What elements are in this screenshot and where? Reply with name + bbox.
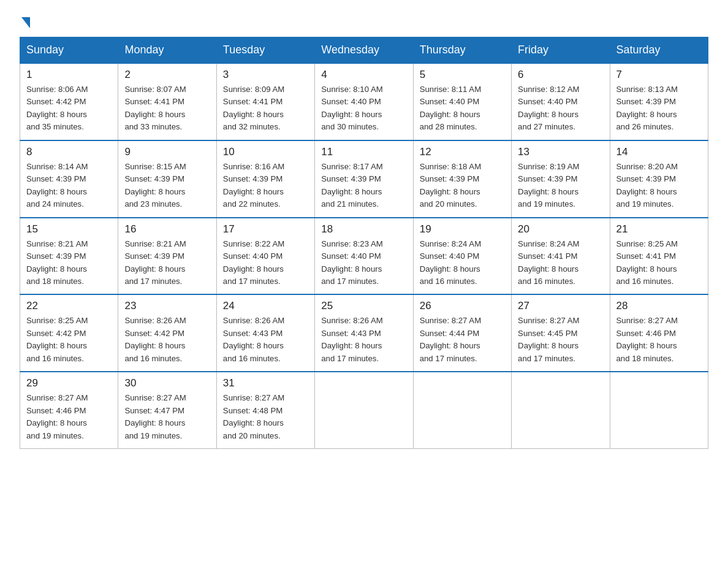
day-cell-23: 23Sunrise: 8:26 AMSunset: 4:42 PMDayligh… [118, 294, 216, 372]
day-info: Sunrise: 8:22 AMSunset: 4:40 PMDaylight:… [223, 238, 308, 288]
day-number: 25 [321, 300, 406, 312]
day-number: 14 [616, 146, 702, 158]
day-cell-3: 3Sunrise: 8:09 AMSunset: 4:41 PMDaylight… [216, 63, 314, 140]
day-number: 9 [124, 146, 210, 158]
day-number: 6 [518, 69, 603, 81]
day-info: Sunrise: 8:13 AMSunset: 4:39 PMDaylight:… [616, 83, 702, 134]
day-number: 23 [124, 300, 210, 312]
day-cell-5: 5Sunrise: 8:11 AMSunset: 4:40 PMDaylight… [413, 63, 511, 140]
day-info: Sunrise: 8:20 AMSunset: 4:39 PMDaylight:… [616, 161, 702, 211]
logo [20, 15, 30, 27]
calendar-table: SundayMondayTuesdayWednesdayThursdayFrid… [20, 37, 708, 449]
day-info: Sunrise: 8:23 AMSunset: 4:40 PMDaylight:… [321, 238, 406, 288]
day-cell-19: 19Sunrise: 8:24 AMSunset: 4:40 PMDayligh… [413, 218, 511, 295]
day-number: 21 [616, 223, 702, 236]
day-cell-27: 27Sunrise: 8:27 AMSunset: 4:45 PMDayligh… [512, 294, 610, 372]
day-number: 31 [223, 377, 308, 389]
day-cell-30: 30Sunrise: 8:27 AMSunset: 4:47 PMDayligh… [118, 372, 216, 448]
column-header-sunday: Sunday [20, 37, 118, 64]
day-cell-21: 21Sunrise: 8:25 AMSunset: 4:41 PMDayligh… [610, 218, 708, 295]
day-number: 1 [26, 69, 112, 81]
day-cell-9: 9Sunrise: 8:15 AMSunset: 4:39 PMDaylight… [118, 140, 216, 218]
empty-cell [315, 372, 413, 448]
week-row-4: 22Sunrise: 8:25 AMSunset: 4:42 PMDayligh… [20, 294, 708, 372]
day-cell-2: 2Sunrise: 8:07 AMSunset: 4:41 PMDaylight… [118, 63, 216, 140]
page-header [20, 15, 708, 27]
empty-cell [610, 372, 708, 448]
day-info: Sunrise: 8:27 AMSunset: 4:46 PMDaylight:… [616, 315, 702, 365]
day-info: Sunrise: 8:27 AMSunset: 4:48 PMDaylight:… [223, 392, 308, 442]
day-info: Sunrise: 8:26 AMSunset: 4:42 PMDaylight:… [124, 315, 210, 365]
day-number: 7 [616, 69, 702, 81]
day-cell-10: 10Sunrise: 8:16 AMSunset: 4:39 PMDayligh… [216, 140, 314, 218]
day-info: Sunrise: 8:06 AMSunset: 4:42 PMDaylight:… [26, 83, 112, 134]
day-cell-14: 14Sunrise: 8:20 AMSunset: 4:39 PMDayligh… [610, 140, 708, 218]
day-number: 22 [26, 300, 112, 312]
column-header-thursday: Thursday [413, 37, 511, 64]
day-cell-17: 17Sunrise: 8:22 AMSunset: 4:40 PMDayligh… [216, 218, 314, 295]
day-cell-8: 8Sunrise: 8:14 AMSunset: 4:39 PMDaylight… [20, 140, 118, 218]
day-info: Sunrise: 8:24 AMSunset: 4:41 PMDaylight:… [518, 238, 603, 288]
day-number: 15 [26, 223, 112, 236]
column-header-friday: Friday [512, 37, 610, 64]
empty-cell [413, 372, 511, 448]
week-row-1: 1Sunrise: 8:06 AMSunset: 4:42 PMDaylight… [20, 63, 708, 140]
day-info: Sunrise: 8:15 AMSunset: 4:39 PMDaylight:… [124, 161, 210, 211]
week-row-3: 15Sunrise: 8:21 AMSunset: 4:39 PMDayligh… [20, 218, 708, 295]
day-number: 3 [223, 69, 308, 81]
day-cell-26: 26Sunrise: 8:27 AMSunset: 4:44 PMDayligh… [413, 294, 511, 372]
day-info: Sunrise: 8:27 AMSunset: 4:46 PMDaylight:… [26, 392, 112, 442]
day-number: 8 [26, 146, 112, 158]
day-number: 20 [518, 223, 603, 236]
day-number: 26 [420, 300, 505, 312]
column-header-monday: Monday [118, 37, 216, 64]
day-info: Sunrise: 8:25 AMSunset: 4:42 PMDaylight:… [26, 315, 112, 365]
day-info: Sunrise: 8:10 AMSunset: 4:40 PMDaylight:… [321, 83, 406, 134]
day-number: 18 [321, 223, 406, 236]
day-info: Sunrise: 8:07 AMSunset: 4:41 PMDaylight:… [124, 83, 210, 134]
day-number: 28 [616, 300, 702, 312]
day-info: Sunrise: 8:26 AMSunset: 4:43 PMDaylight:… [223, 315, 308, 365]
day-number: 24 [223, 300, 308, 312]
day-cell-6: 6Sunrise: 8:12 AMSunset: 4:40 PMDaylight… [512, 63, 610, 140]
day-info: Sunrise: 8:21 AMSunset: 4:39 PMDaylight:… [26, 238, 112, 288]
day-info: Sunrise: 8:14 AMSunset: 4:39 PMDaylight:… [26, 161, 112, 211]
day-cell-31: 31Sunrise: 8:27 AMSunset: 4:48 PMDayligh… [216, 372, 314, 448]
day-cell-20: 20Sunrise: 8:24 AMSunset: 4:41 PMDayligh… [512, 218, 610, 295]
week-row-5: 29Sunrise: 8:27 AMSunset: 4:46 PMDayligh… [20, 372, 708, 448]
day-cell-25: 25Sunrise: 8:26 AMSunset: 4:43 PMDayligh… [315, 294, 413, 372]
day-info: Sunrise: 8:16 AMSunset: 4:39 PMDaylight:… [223, 161, 308, 211]
calendar-header-row: SundayMondayTuesdayWednesdayThursdayFrid… [20, 37, 708, 64]
day-cell-29: 29Sunrise: 8:27 AMSunset: 4:46 PMDayligh… [20, 372, 118, 448]
day-info: Sunrise: 8:27 AMSunset: 4:44 PMDaylight:… [420, 315, 505, 365]
logo-arrow-icon [21, 17, 30, 28]
day-info: Sunrise: 8:26 AMSunset: 4:43 PMDaylight:… [321, 315, 406, 365]
day-number: 30 [124, 377, 210, 389]
day-cell-1: 1Sunrise: 8:06 AMSunset: 4:42 PMDaylight… [20, 63, 118, 140]
day-cell-11: 11Sunrise: 8:17 AMSunset: 4:39 PMDayligh… [315, 140, 413, 218]
day-number: 16 [124, 223, 210, 236]
day-number: 12 [420, 146, 505, 158]
day-info: Sunrise: 8:09 AMSunset: 4:41 PMDaylight:… [223, 83, 308, 134]
day-cell-4: 4Sunrise: 8:10 AMSunset: 4:40 PMDaylight… [315, 63, 413, 140]
day-number: 13 [518, 146, 603, 158]
day-info: Sunrise: 8:27 AMSunset: 4:47 PMDaylight:… [124, 392, 210, 442]
day-info: Sunrise: 8:18 AMSunset: 4:39 PMDaylight:… [420, 161, 505, 211]
column-header-saturday: Saturday [610, 37, 708, 64]
column-header-tuesday: Tuesday [216, 37, 314, 64]
day-number: 10 [223, 146, 308, 158]
day-number: 27 [518, 300, 603, 312]
day-number: 11 [321, 146, 406, 158]
day-cell-28: 28Sunrise: 8:27 AMSunset: 4:46 PMDayligh… [610, 294, 708, 372]
empty-cell [512, 372, 610, 448]
day-number: 5 [420, 69, 505, 81]
day-info: Sunrise: 8:21 AMSunset: 4:39 PMDaylight:… [124, 238, 210, 288]
day-info: Sunrise: 8:17 AMSunset: 4:39 PMDaylight:… [321, 161, 406, 211]
day-number: 19 [420, 223, 505, 236]
day-number: 29 [26, 377, 112, 389]
day-cell-24: 24Sunrise: 8:26 AMSunset: 4:43 PMDayligh… [216, 294, 314, 372]
day-info: Sunrise: 8:12 AMSunset: 4:40 PMDaylight:… [518, 83, 603, 134]
day-number: 17 [223, 223, 308, 236]
day-number: 2 [124, 69, 210, 81]
day-info: Sunrise: 8:24 AMSunset: 4:40 PMDaylight:… [420, 238, 505, 288]
